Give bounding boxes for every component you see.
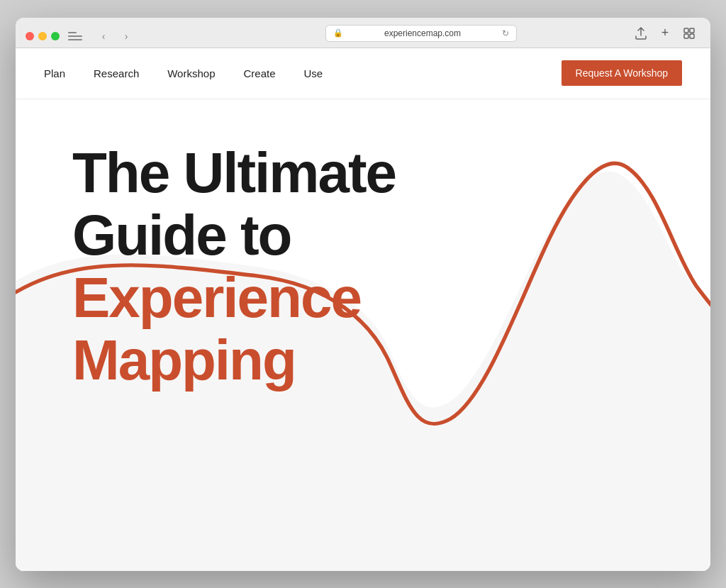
nav-plan[interactable]: Plan — [44, 67, 65, 79]
address-bar[interactable]: 🔒 experiencemap.com ↻ — [325, 25, 516, 42]
nav-use[interactable]: Use — [304, 67, 323, 79]
back-icon[interactable]: ‹ — [94, 29, 113, 43]
nav-workshop[interactable]: Workshop — [167, 67, 215, 79]
nav-create[interactable]: Create — [244, 67, 276, 79]
request-workshop-button[interactable]: Request A Workshop — [562, 60, 682, 86]
main-nav: Plan Research Workshop Create Use Reques… — [16, 48, 710, 99]
traffic-lights — [26, 32, 60, 40]
svg-rect-3 — [690, 34, 694, 38]
browser-controls: ‹ › 🔒 experiencemap.com ↻ + — [26, 25, 700, 48]
hero-line3: Experience — [72, 267, 427, 329]
browser-window: ‹ › 🔒 experiencemap.com ↻ + — [16, 18, 710, 571]
close-button[interactable] — [26, 32, 34, 40]
nav-research[interactable]: Research — [94, 67, 139, 79]
browser-chrome: ‹ › 🔒 experiencemap.com ↻ + — [16, 18, 710, 48]
reload-icon[interactable]: ↻ — [502, 28, 509, 38]
minimize-button[interactable] — [38, 32, 47, 40]
website-content: Plan Research Workshop Create Use Reques… — [16, 48, 710, 571]
forward-icon[interactable]: › — [116, 29, 136, 43]
maximize-button[interactable] — [51, 32, 60, 40]
nav-links: Plan Research Workshop Create Use — [44, 67, 562, 79]
svg-rect-1 — [690, 28, 694, 33]
grid-icon[interactable] — [681, 25, 698, 42]
browser-nav-icons: ‹ › — [94, 29, 136, 43]
new-tab-icon[interactable]: + — [657, 25, 674, 42]
sidebar-toggle-icon[interactable] — [68, 30, 82, 42]
lock-icon: 🔒 — [333, 28, 343, 38]
hero-section: The Ultimate Guide to Experience Mapping — [16, 99, 710, 571]
hero-text: The Ultimate Guide to Experience Mapping — [72, 142, 427, 392]
url-text: experiencemap.com — [347, 28, 497, 38]
svg-rect-0 — [684, 28, 688, 33]
hero-line1: The Ultimate — [72, 142, 427, 204]
hero-line2: Guide to — [72, 204, 427, 267]
svg-rect-2 — [684, 34, 688, 38]
hero-line4: Mapping — [72, 329, 427, 392]
address-bar-row: 🔒 experiencemap.com ↻ + — [145, 25, 700, 48]
share-icon[interactable] — [632, 25, 649, 42]
